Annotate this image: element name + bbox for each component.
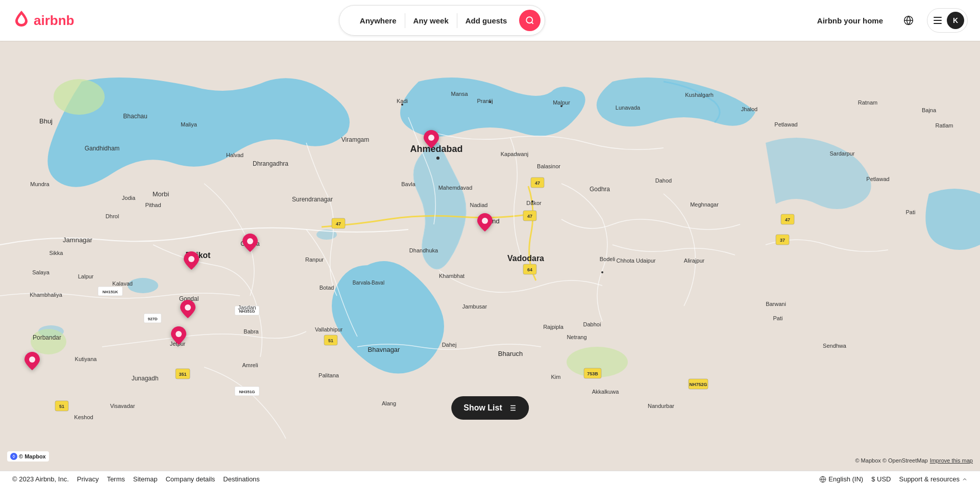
svg-text:Balasinor: Balasinor bbox=[537, 163, 560, 169]
svg-point-131 bbox=[185, 304, 191, 311]
footer-sitemap-link[interactable]: Sitemap bbox=[133, 475, 158, 483]
user-menu[interactable]: K bbox=[927, 8, 968, 33]
language-selector-button[interactable] bbox=[898, 10, 919, 31]
svg-text:753B: 753B bbox=[587, 371, 598, 376]
svg-text:Nandurbar: Nandurbar bbox=[648, 403, 674, 409]
logo[interactable]: airbnb bbox=[12, 10, 74, 31]
airbnb-your-home-button[interactable]: Airbnb your home bbox=[810, 11, 890, 30]
svg-point-125 bbox=[531, 200, 533, 202]
svg-text:Amreli: Amreli bbox=[242, 362, 258, 368]
svg-text:Petlawad: Petlawad bbox=[774, 121, 797, 127]
svg-text:Pati: Pati bbox=[773, 315, 783, 321]
svg-point-6 bbox=[54, 79, 105, 115]
svg-text:Porbandar: Porbandar bbox=[33, 334, 61, 341]
footer-terms-link[interactable]: Terms bbox=[107, 475, 125, 483]
search-bar[interactable]: Anywhere Any week Add guests bbox=[339, 5, 546, 36]
svg-text:Kadi: Kadi bbox=[397, 98, 408, 104]
footer: © 2023 Airbnb, Inc. Privacy Terms Sitema… bbox=[0, 471, 980, 487]
map-container[interactable]: 47 47 64 51 51 753B NH752G NH151K 927D N… bbox=[0, 41, 980, 471]
svg-text:Bajna: Bajna bbox=[922, 107, 937, 113]
svg-text:Pati: Pati bbox=[906, 209, 916, 215]
svg-point-123 bbox=[401, 104, 403, 106]
footer-support-resources[interactable]: Support & resources bbox=[899, 475, 968, 483]
airbnb-logo-icon bbox=[12, 10, 31, 31]
show-list-button[interactable]: Show List bbox=[451, 396, 529, 420]
svg-text:Sardarpur: Sardarpur bbox=[830, 150, 855, 157]
avatar: K bbox=[947, 12, 964, 29]
svg-text:Bavla: Bavla bbox=[401, 181, 415, 187]
svg-text:Ratlam: Ratlam bbox=[936, 122, 953, 129]
svg-text:Maliya: Maliya bbox=[181, 121, 198, 127]
svg-text:Vadodara: Vadodara bbox=[507, 254, 544, 263]
globe-icon bbox=[819, 476, 826, 483]
svg-point-7 bbox=[31, 329, 66, 354]
svg-text:Khambhat: Khambhat bbox=[439, 273, 464, 279]
svg-text:Jamnagar: Jamnagar bbox=[63, 236, 92, 244]
svg-text:Gandhidham: Gandhidham bbox=[85, 145, 120, 152]
svg-text:47: 47 bbox=[527, 214, 532, 219]
improve-map-link[interactable]: Improve this map bbox=[930, 457, 973, 464]
map-pin-chotila[interactable] bbox=[242, 234, 258, 254]
svg-text:Kutiyana: Kutiyana bbox=[75, 356, 97, 362]
svg-text:Jasdan: Jasdan bbox=[238, 304, 256, 311]
map-pin-porbandar[interactable] bbox=[24, 352, 40, 372]
search-dates[interactable]: Any week bbox=[405, 13, 457, 28]
map-pin-jetpur[interactable] bbox=[171, 326, 186, 347]
svg-text:Viramgam: Viramgam bbox=[341, 136, 369, 143]
svg-point-126 bbox=[601, 271, 603, 273]
svg-point-0 bbox=[527, 17, 533, 23]
footer-language-selector[interactable]: English (IN) bbox=[819, 475, 863, 483]
footer-left: © 2023 Airbnb, Inc. Privacy Terms Sitema… bbox=[12, 475, 260, 483]
svg-text:Jhalod: Jhalod bbox=[741, 106, 757, 112]
footer-currency-selector[interactable]: $ USD bbox=[871, 475, 891, 483]
svg-text:Petlawad: Petlawad bbox=[866, 176, 889, 182]
map-pin-ahmedabad[interactable] bbox=[424, 130, 439, 150]
map-pin-anand[interactable] bbox=[477, 213, 493, 234]
search-guests[interactable]: Add guests bbox=[457, 13, 516, 28]
mapbox-logo: © Mapbox bbox=[7, 451, 49, 462]
search-button[interactable] bbox=[519, 10, 541, 31]
svg-text:Bhavnagar: Bhavnagar bbox=[368, 346, 401, 353]
svg-point-129 bbox=[247, 238, 253, 244]
footer-copyright: © 2023 Airbnb, Inc. bbox=[12, 475, 69, 483]
svg-text:Junagadh: Junagadh bbox=[132, 375, 159, 382]
svg-text:Bodeli: Bodeli bbox=[600, 256, 616, 262]
svg-point-133 bbox=[29, 356, 35, 363]
svg-text:351: 351 bbox=[179, 372, 186, 377]
svg-text:37: 37 bbox=[780, 238, 785, 243]
svg-text:Halvad: Halvad bbox=[226, 152, 243, 158]
svg-text:Mundra: Mundra bbox=[30, 181, 50, 187]
svg-text:Vallabhipur: Vallabhipur bbox=[315, 326, 343, 332]
svg-text:Salaya: Salaya bbox=[32, 269, 50, 275]
footer-privacy-link[interactable]: Privacy bbox=[77, 475, 99, 483]
svg-text:64: 64 bbox=[527, 267, 532, 272]
svg-text:Pithad: Pithad bbox=[145, 202, 161, 208]
svg-point-121 bbox=[437, 157, 439, 160]
svg-point-124 bbox=[560, 105, 562, 107]
svg-text:Dhandhuka: Dhandhuka bbox=[409, 247, 438, 253]
svg-text:Godhra: Godhra bbox=[590, 186, 610, 193]
svg-text:Dahej: Dahej bbox=[442, 342, 457, 348]
svg-text:Malpur: Malpur bbox=[553, 99, 570, 106]
svg-text:51: 51 bbox=[59, 404, 64, 409]
svg-text:NH151K: NH151K bbox=[103, 290, 118, 294]
svg-text:NH752G: NH752G bbox=[689, 382, 707, 387]
svg-text:Nadiad: Nadiad bbox=[470, 202, 488, 208]
svg-text:Bhachau: Bhachau bbox=[123, 113, 147, 120]
svg-text:Sikka: Sikka bbox=[50, 250, 64, 256]
svg-text:Morbi: Morbi bbox=[153, 190, 169, 198]
svg-text:Khambhaliya: Khambhaliya bbox=[30, 292, 62, 298]
footer-destinations-link[interactable]: Destinations bbox=[223, 475, 260, 483]
footer-company-details-link[interactable]: Company details bbox=[165, 475, 215, 483]
svg-text:Keshod: Keshod bbox=[74, 414, 93, 420]
svg-text:Bhuj: Bhuj bbox=[39, 117, 53, 125]
map-attribution: © Mapbox © OpenStreetMap Improve this ma… bbox=[855, 457, 973, 464]
svg-text:Surendranagar: Surendranagar bbox=[292, 196, 333, 203]
svg-point-122 bbox=[489, 101, 491, 103]
svg-text:Visavadar: Visavadar bbox=[110, 403, 135, 409]
map-pin-rajkot[interactable] bbox=[184, 251, 199, 272]
map-pin-gondal1[interactable] bbox=[180, 300, 195, 320]
airbnb-logo-text: airbnb bbox=[34, 13, 74, 29]
search-location[interactable]: Anywhere bbox=[352, 13, 405, 28]
svg-text:Dabhoi: Dabhoi bbox=[583, 321, 601, 327]
